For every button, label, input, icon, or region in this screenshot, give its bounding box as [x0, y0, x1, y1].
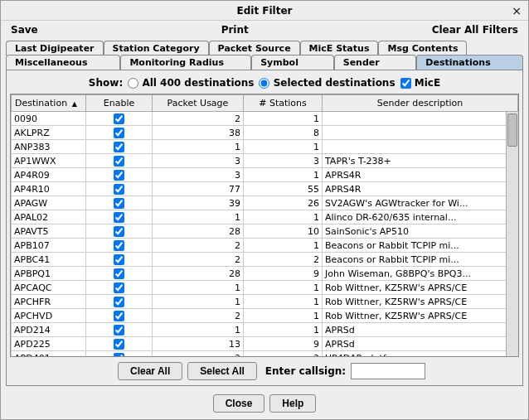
cell-enable[interactable]	[86, 281, 153, 295]
show-all-radio[interactable]	[128, 78, 138, 89]
table-row[interactable]: AP4R107755APRS4R	[12, 182, 518, 196]
cell-enable[interactable]	[86, 267, 153, 281]
cell-enable[interactable]	[86, 253, 153, 267]
cell-destination[interactable]: APAVT5	[12, 224, 86, 239]
cell-enable[interactable]	[86, 224, 153, 239]
cell-destination[interactable]: APCHVD	[12, 309, 86, 323]
tab-miscellaneous[interactable]: Miscellaneous	[6, 55, 120, 70]
enable-checkbox[interactable]	[114, 170, 124, 181]
enable-checkbox[interactable]	[114, 311, 124, 321]
scrollbar-thumb[interactable]	[507, 113, 517, 147]
tab-mice-status[interactable]: MicE Status	[300, 41, 379, 56]
tab-msg-contents[interactable]: Msg Contents	[378, 41, 467, 56]
table-row[interactable]: APD225139APRSd	[12, 337, 518, 351]
enable-checkbox[interactable]	[114, 240, 124, 251]
menu-print[interactable]: Print	[215, 22, 255, 37]
enable-checkbox[interactable]	[114, 142, 124, 152]
table-row[interactable]: AP4R0931APRS4R	[12, 168, 518, 182]
cell-destination[interactable]: APAGW	[12, 196, 86, 210]
enable-checkbox[interactable]	[114, 339, 124, 350]
mice-checkbox[interactable]	[400, 78, 411, 89]
cell-destination[interactable]: AP4R10	[12, 182, 86, 196]
cell-destination[interactable]: APD225	[12, 337, 86, 351]
table-row[interactable]: APB10721Beacons or Rabbit TCPIP mi...	[12, 239, 518, 253]
cell-enable[interactable]	[86, 337, 153, 351]
table-row[interactable]: AKLPRZ388	[12, 126, 518, 140]
cell-enable[interactable]	[86, 126, 153, 140]
show-all-radio-label[interactable]: All 400 destinations	[128, 77, 254, 89]
show-selected-radio-label[interactable]: Selected destinations	[259, 77, 395, 89]
tab-packet-source[interactable]: Packet Source	[209, 41, 300, 56]
tab-destinations[interactable]: Destinations	[416, 55, 523, 70]
enable-checkbox[interactable]	[114, 282, 124, 293]
col-sender-desc[interactable]: Sender description	[323, 95, 518, 112]
cell-destination[interactable]: AKLPRZ	[12, 126, 86, 140]
cell-destination[interactable]: AP4R09	[12, 168, 86, 182]
col-stations[interactable]: # Stations	[244, 95, 323, 112]
cell-destination[interactable]: APBPQ1	[12, 267, 86, 281]
cell-destination[interactable]: APD214	[12, 323, 86, 337]
cell-enable[interactable]	[86, 351, 153, 357]
clear-all-button[interactable]: Clear All	[118, 362, 182, 380]
cell-destination[interactable]: APAL02	[12, 210, 86, 224]
cell-destination[interactable]: APB107	[12, 239, 86, 253]
select-all-button[interactable]: Select All	[187, 362, 257, 380]
cell-enable[interactable]	[86, 210, 153, 224]
show-selected-radio[interactable]	[259, 78, 269, 89]
cell-destination[interactable]: APCHFR	[12, 295, 86, 309]
enable-checkbox[interactable]	[114, 198, 124, 209]
enable-checkbox[interactable]	[114, 212, 124, 223]
close-icon[interactable]: ×	[512, 4, 522, 17]
table-row[interactable]: AP1WWX33TAPR's T-238+	[12, 154, 518, 168]
cell-enable[interactable]	[86, 154, 153, 168]
table-row[interactable]: APAGW3926SV2AGW's AGWtracker for Wi...	[12, 196, 518, 210]
cell-enable[interactable]	[86, 196, 153, 210]
enable-checkbox[interactable]	[114, 353, 124, 356]
col-packet-usage[interactable]: Packet Usage	[153, 95, 244, 112]
vertical-scrollbar[interactable]	[506, 112, 518, 356]
callsign-input[interactable]	[351, 363, 425, 379]
cell-enable[interactable]	[86, 239, 153, 253]
table-row[interactable]: 009021	[12, 112, 518, 126]
table-row[interactable]: APBC4122Beacons or Rabbit TCPIP mi...	[12, 253, 518, 267]
table-row[interactable]: APAVT52810SainSonic's AP510	[12, 224, 518, 239]
tab-symbol[interactable]: Symbol	[251, 55, 334, 70]
cell-destination[interactable]: AP1WWX	[12, 154, 86, 168]
menu-save[interactable]: Save	[4, 22, 45, 37]
close-button[interactable]: Close	[213, 394, 265, 413]
col-enable[interactable]: Enable	[86, 95, 153, 112]
menu-clear-all-filters[interactable]: Clear All Filters	[425, 22, 525, 37]
table-row[interactable]: ANP38311	[12, 140, 518, 154]
cell-destination[interactable]: ANP383	[12, 140, 86, 154]
help-button[interactable]: Help	[269, 394, 316, 413]
enable-checkbox[interactable]	[114, 297, 124, 307]
cell-enable[interactable]	[86, 112, 153, 126]
enable-checkbox[interactable]	[114, 268, 124, 279]
enable-checkbox[interactable]	[114, 156, 124, 167]
mice-checkbox-label[interactable]: MicE	[400, 77, 441, 89]
cell-enable[interactable]	[86, 168, 153, 182]
col-destination[interactable]: Destination ▲	[12, 95, 86, 112]
enable-checkbox[interactable]	[114, 325, 124, 336]
table-row[interactable]: APCHFR11Rob Wittner, KZ5RW's APRS/CE	[12, 295, 518, 309]
table-row[interactable]: APBPQ1289John Wiseman, G8BPQ's BPQ3...	[12, 267, 518, 281]
enable-checkbox[interactable]	[114, 128, 124, 138]
tab-last-digipeater[interactable]: Last Digipeater	[6, 41, 104, 56]
table-row[interactable]: APCAQC11Rob Wittner, KZ5RW's APRS/CE	[12, 281, 518, 295]
cell-destination[interactable]: APCAQC	[12, 281, 86, 295]
enable-checkbox[interactable]	[114, 113, 124, 124]
enable-checkbox[interactable]	[114, 226, 124, 237]
tab-monitoring-radius[interactable]: Monitoring Radius	[120, 55, 251, 70]
enable-checkbox[interactable]	[114, 254, 124, 265]
table-row[interactable]: APD40122UP4DAR platform	[12, 351, 518, 357]
cell-destination[interactable]: 0090	[12, 112, 86, 126]
table-row[interactable]: APAL0211Alinco DR-620/635 internal...	[12, 210, 518, 224]
cell-enable[interactable]	[86, 182, 153, 196]
cell-destination[interactable]: APBC41	[12, 253, 86, 267]
cell-destination[interactable]: APD401	[12, 351, 86, 357]
cell-enable[interactable]	[86, 309, 153, 323]
cell-enable[interactable]	[86, 323, 153, 337]
table-row[interactable]: APD21411APRSd	[12, 323, 518, 337]
enable-checkbox[interactable]	[114, 184, 124, 195]
tab-station-category[interactable]: Station Category	[104, 41, 209, 56]
